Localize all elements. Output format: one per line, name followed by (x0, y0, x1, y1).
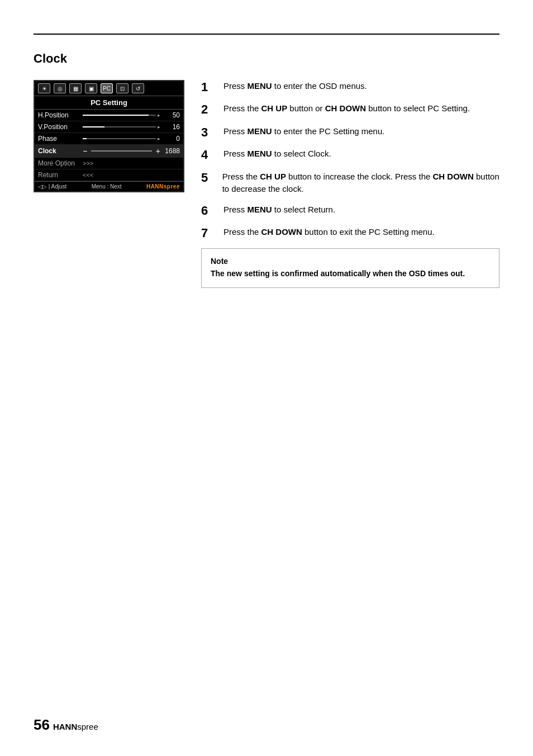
osd-pc-label: PC (103, 86, 111, 92)
osd-bar-hposition: ▸ (83, 112, 160, 118)
note-body: The new setting is confirmed automatical… (211, 268, 490, 280)
osd-icon-brightness: ☀ (38, 83, 50, 93)
step-4-number: 4 (201, 148, 218, 162)
osd-value-clock: 1688 (160, 147, 180, 155)
osd-icon-reset: ↺ (132, 83, 144, 93)
step-6-text: Press MENU to select Return. (223, 204, 335, 216)
osd-icon-misc: ⊡ (116, 83, 129, 93)
osd-label-clock: Clock (38, 147, 83, 155)
osd-label-vposition: V.Position (38, 123, 83, 131)
osd-icon-picture: ▦ (69, 83, 82, 93)
osd-label-moreoption: More Option (38, 159, 83, 167)
osd-menu-title: PC Setting (35, 96, 183, 110)
step-1-number: 1 (201, 80, 218, 94)
osd-row-vposition: V.Position ▸ 16 (35, 121, 183, 133)
step-1: 1 Press MENU to enter the OSD menus. (201, 80, 499, 94)
step-2-number: 2 (201, 102, 218, 117)
osd-bar-phase: ▸ (83, 136, 160, 141)
osd-label-return: Return (38, 171, 83, 179)
step-2: 2 Press the CH UP button or CH DOWN butt… (201, 102, 499, 117)
footer-brand-spree: spree (77, 722, 98, 731)
osd-track-hposition (83, 115, 156, 116)
osd-fill-vposition (83, 126, 104, 127)
footer-brand: HANNspree (53, 722, 98, 731)
step-5-number: 5 (201, 171, 218, 185)
osd-icon-color: ▣ (85, 83, 97, 93)
step-7-number: 7 (201, 226, 218, 240)
steps-section: 1 Press MENU to enter the OSD menus. 2 P… (201, 80, 499, 288)
osd-clock-plus: + (156, 147, 160, 155)
osd-footer-menu: Menu : Next (92, 183, 122, 190)
step-1-text: Press MENU to enter the OSD menus. (223, 80, 367, 93)
osd-track-phase (83, 138, 156, 139)
osd-fill-phase (83, 138, 87, 139)
note-box: Note The new setting is confirmed automa… (201, 248, 499, 288)
osd-row-hposition: H.Position ▸ 50 (35, 110, 183, 121)
osd-value-hposition: 50 (160, 111, 180, 119)
step-5-text: Press the CH UP button to increase the c… (222, 171, 499, 196)
step-3-number: 3 (201, 125, 218, 140)
osd-bar-vposition: ▸ (83, 124, 160, 130)
osd-footer-brand: HANNspree (146, 183, 180, 190)
page-container: Clock ☀ ◎ ▦ ▣ PC ⊡ ↺ PC Setting H.Positi… (0, 0, 533, 756)
footer-brand-hann: HANN (53, 722, 77, 731)
step-4: 4 Press MENU to select Clock. (201, 148, 499, 162)
step-7: 7 Press the CH DOWN button to exit the P… (201, 226, 499, 240)
footer-page-number: 56 (34, 716, 50, 734)
osd-icon-pc: PC (101, 83, 113, 93)
osd-bar-moreoption: >>> (83, 160, 180, 167)
step-2-text: Press the CH UP button or CH DOWN button… (223, 102, 470, 115)
osd-bar-clock: − + (83, 147, 160, 155)
osd-fill-hposition (83, 115, 149, 116)
osd-label-phase: Phase (38, 135, 83, 143)
osd-footer: ◁▷ | Adjust Menu : Next HANNspree (35, 181, 183, 191)
osd-icon-contrast: ◎ (54, 83, 66, 93)
step-3-text: Press MENU to enter the PC Setting menu. (223, 125, 384, 138)
osd-value-phase: 0 (160, 135, 180, 143)
osd-row-return: Return <<< (35, 169, 183, 181)
osd-value-vposition: 16 (160, 123, 180, 131)
note-title: Note (211, 257, 490, 266)
osd-icons-row: ☀ ◎ ▦ ▣ PC ⊡ ↺ (35, 81, 183, 96)
step-5: 5 Press the CH UP button to increase the… (201, 171, 499, 196)
osd-clock-track (91, 150, 152, 152)
step-6-number: 6 (201, 204, 218, 218)
page-footer: 56 HANNspree (34, 716, 98, 734)
osd-clock-minus: − (83, 147, 87, 155)
osd-footer-adjust: ◁▷ | Adjust (38, 183, 66, 190)
page-title: Clock (34, 51, 499, 66)
content-area: ☀ ◎ ▦ ▣ PC ⊡ ↺ PC Setting H.Position ▸ (34, 80, 499, 288)
step-3: 3 Press MENU to enter the PC Setting men… (201, 125, 499, 140)
osd-track-vposition (83, 126, 156, 127)
step-4-text: Press MENU to select Clock. (223, 148, 331, 160)
step-7-text: Press the CH DOWN button to exit the PC … (223, 226, 435, 239)
osd-row-clock: Clock − + 1688 (35, 145, 183, 158)
osd-row-phase: Phase ▸ 0 (35, 133, 183, 145)
osd-bar-return: <<< (83, 172, 180, 178)
osd-arrows-moreoption: >>> (83, 160, 93, 167)
osd-row-moreoption: More Option >>> (35, 158, 183, 169)
top-rule (34, 34, 499, 35)
osd-label-hposition: H.Position (38, 111, 83, 119)
osd-arrows-return: <<< (83, 172, 93, 178)
osd-panel: ☀ ◎ ▦ ▣ PC ⊡ ↺ PC Setting H.Position ▸ (34, 80, 184, 192)
step-6: 6 Press MENU to select Return. (201, 204, 499, 218)
